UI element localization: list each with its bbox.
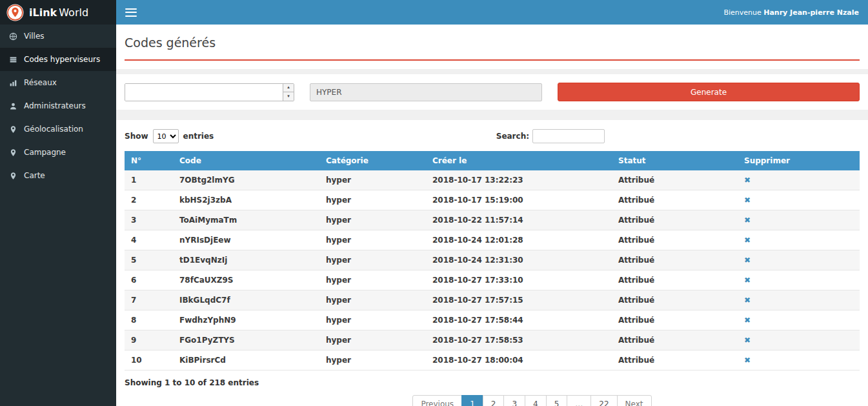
- cell-code: FwdhzYphN9: [173, 310, 319, 330]
- sidebar-item-label: Campagne: [24, 148, 66, 157]
- code-type-field[interactable]: [310, 83, 542, 101]
- sidebar-item-label: Géolocalisation: [24, 125, 83, 134]
- stepper-down-icon[interactable]: ▾: [283, 92, 294, 101]
- app-window: iLinkWorld VillesCodes hyperviseursRésea…: [0, 0, 868, 406]
- cell-created: 2018-10-24 12:01:28: [426, 230, 612, 250]
- pagination-page-1[interactable]: 1: [461, 395, 483, 406]
- delete-icon[interactable]: ✖: [744, 256, 751, 265]
- pagination-page-5[interactable]: 5: [546, 395, 568, 406]
- table-row: 9FGo1PyZTYShyper2018-10-27 17:58:53Attri…: [125, 330, 860, 350]
- delete-icon[interactable]: ✖: [744, 236, 751, 245]
- table-row: 8FwdhzYphN9hyper2018-10-27 17:58:44Attri…: [125, 310, 860, 330]
- cell-number: 2: [125, 190, 173, 210]
- sidebar-item-label: Carte: [24, 171, 45, 180]
- generate-button[interactable]: Generate: [558, 83, 860, 101]
- stepper-arrows[interactable]: ▴ ▾: [283, 84, 294, 101]
- globe-icon: [9, 32, 17, 41]
- brand-name-bold: iLink: [29, 6, 57, 19]
- sidebar-item-geolocalisation[interactable]: Géolocalisation: [0, 117, 116, 141]
- cell-created: 2018-10-27 17:57:15: [426, 290, 612, 310]
- map-pin-icon: [9, 125, 17, 134]
- delete-icon[interactable]: ✖: [744, 296, 751, 305]
- sidebar-item-administrateurs[interactable]: Administrateurs: [0, 94, 116, 117]
- delete-icon[interactable]: ✖: [744, 316, 751, 325]
- user-icon: [9, 102, 17, 110]
- sidebar-item-label: Administrateurs: [24, 101, 86, 110]
- delete-icon[interactable]: ✖: [744, 176, 751, 185]
- table-row: 5tD1EvqNzIjhyper2018-10-24 12:31:30Attri…: [125, 250, 860, 270]
- cell-code: ToAiMymaTm: [173, 210, 319, 230]
- list-icon: [9, 56, 17, 64]
- cell-status: Attribué: [612, 250, 738, 270]
- table-row: 678fCaUXZ9Shyper2018-10-27 17:33:10Attri…: [125, 270, 860, 290]
- search-input[interactable]: [532, 129, 605, 143]
- cell-created: 2018-10-22 11:57:14: [426, 210, 612, 230]
- cell-created: 2018-10-27 17:58:44: [426, 310, 612, 330]
- cell-delete: ✖: [738, 290, 860, 310]
- column-header[interactable]: Statut: [612, 151, 738, 170]
- sidebar-item-reseaux[interactable]: Réseaux: [0, 71, 116, 94]
- cell-category: hyper: [319, 330, 426, 350]
- stepper-up-icon[interactable]: ▴: [283, 84, 294, 93]
- table-controls: Show 10 entries Search:: [125, 129, 860, 143]
- entries-label: entries: [183, 132, 214, 141]
- pagination-page-4[interactable]: 4: [525, 395, 547, 406]
- cell-created: 2018-10-27 17:33:10: [426, 270, 612, 290]
- pagination-page-2[interactable]: 2: [483, 395, 505, 406]
- delete-icon[interactable]: ✖: [744, 216, 751, 225]
- app-logo-icon: [6, 4, 24, 21]
- column-header[interactable]: N°: [125, 151, 173, 170]
- sidebar-item-villes[interactable]: Villes: [0, 25, 116, 48]
- map-pin-icon: [9, 172, 17, 180]
- cell-status: Attribué: [612, 310, 738, 330]
- codes-table: N°CodeCatégorieCréer leStatutSupprimer 1…: [125, 151, 860, 370]
- column-header[interactable]: Créer le: [426, 151, 612, 170]
- cell-category: hyper: [319, 350, 426, 370]
- cell-number: 10: [125, 350, 173, 370]
- column-header[interactable]: Supprimer: [738, 151, 860, 170]
- brand-name-light: World: [59, 6, 88, 19]
- pagination-next[interactable]: Next: [617, 395, 652, 406]
- cell-number: 8: [125, 310, 173, 330]
- cell-number: 7: [125, 290, 173, 310]
- table-row: 17OBtg2lmYGhyper2018-10-17 13:22:23Attri…: [125, 170, 860, 190]
- cell-status: Attribué: [612, 190, 738, 210]
- pagination-page-22[interactable]: 22: [590, 395, 617, 406]
- pagination-page-3[interactable]: 3: [503, 395, 525, 406]
- column-header[interactable]: Catégorie: [319, 151, 426, 170]
- cell-category: hyper: [319, 250, 426, 270]
- delete-icon[interactable]: ✖: [744, 276, 751, 285]
- main-area: Bienvenue Hanry Jean-pierre Nzale Codes …: [116, 0, 868, 406]
- pagination-previous[interactable]: Previous: [412, 395, 462, 406]
- cell-number: 1: [125, 170, 173, 190]
- cell-status: Attribué: [612, 170, 738, 190]
- menu-toggle-button[interactable]: [125, 8, 137, 17]
- cell-code: kbHS2j3zbA: [173, 190, 319, 210]
- table-row: 4nYRIsDjEewhyper2018-10-24 12:01:28Attri…: [125, 230, 860, 250]
- page-size-select[interactable]: 10: [153, 129, 179, 143]
- cell-code: 78fCaUXZ9S: [173, 270, 319, 290]
- page-size-control: Show 10 entries: [125, 129, 214, 143]
- welcome-text: Bienvenue Hanry Jean-pierre Nzale: [723, 8, 859, 17]
- quantity-input[interactable]: [125, 84, 283, 101]
- table-body: 17OBtg2lmYGhyper2018-10-17 13:22:23Attri…: [125, 170, 860, 370]
- cell-number: 6: [125, 270, 173, 290]
- quantity-stepper[interactable]: ▴ ▾: [125, 83, 294, 101]
- cell-delete: ✖: [738, 310, 860, 330]
- delete-icon[interactable]: ✖: [744, 356, 751, 365]
- cell-status: Attribué: [612, 270, 738, 290]
- delete-icon[interactable]: ✖: [744, 336, 751, 345]
- delete-icon[interactable]: ✖: [744, 196, 751, 205]
- sidebar-item-codes-hyperviseurs[interactable]: Codes hyperviseurs: [0, 48, 116, 71]
- sidebar-item-campagne[interactable]: Campagne: [0, 141, 116, 164]
- column-header[interactable]: Code: [173, 151, 319, 170]
- table-row: 7IBkGLqdC7fhyper2018-10-27 17:57:15Attri…: [125, 290, 860, 310]
- cell-created: 2018-10-27 17:58:53: [426, 330, 612, 350]
- table-row: 3ToAiMymaTmhyper2018-10-22 11:57:14Attri…: [125, 210, 860, 230]
- sidebar-item-carte[interactable]: Carte: [0, 164, 116, 187]
- table-header-row: N°CodeCatégorieCréer leStatutSupprimer: [125, 151, 860, 170]
- show-label: Show: [125, 132, 148, 141]
- pagination: Previous12345…22Next: [165, 395, 868, 406]
- cell-status: Attribué: [612, 350, 738, 370]
- cell-code: FGo1PyZTYS: [173, 330, 319, 350]
